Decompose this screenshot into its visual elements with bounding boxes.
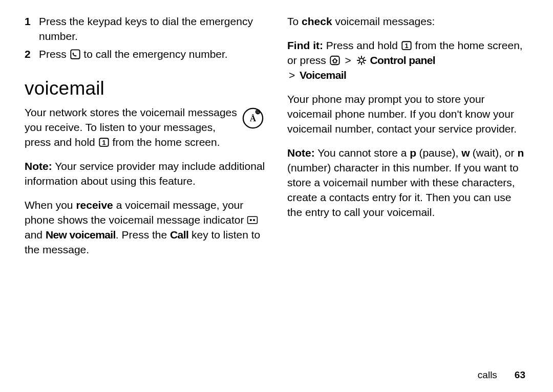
page-columns: 1 Press the keypad keys to dial the emer… — [25, 14, 528, 267]
svg-text:1: 1 — [405, 42, 408, 50]
p3-c: and — [25, 229, 46, 241]
call-key-icon — [70, 49, 81, 60]
accessibility-badge-icon: Å — [242, 107, 264, 129]
breadcrumb-gt-2: > — [287, 69, 296, 81]
step2-text-b: to call the emergency number. — [83, 48, 227, 60]
step-number: 1 — [25, 14, 32, 44]
page-footer: calls63 — [478, 368, 525, 382]
p3-newvm: New voicemail — [46, 229, 116, 241]
r-p2-cp: Control panel — [370, 54, 436, 66]
r-p2-a: Press and hold — [323, 39, 401, 51]
step-1: 1 Press the keypad keys to dial the emer… — [25, 14, 266, 44]
home-key-icon — [329, 55, 341, 66]
check-intro: To check voicemail messages: — [287, 14, 528, 29]
footer-section: calls — [478, 369, 497, 380]
svg-text:Å: Å — [250, 114, 257, 123]
left-column: 1 Press the keypad keys to dial the emer… — [25, 14, 266, 267]
note-label: Note: — [25, 160, 52, 172]
voicemail-store-prompt: Your phone may prompt you to store your … — [287, 92, 528, 137]
svg-line-19 — [358, 57, 359, 58]
key-1-icon: 1 — [98, 137, 110, 148]
svg-line-22 — [364, 57, 365, 58]
p1-b: from the home screen. — [112, 136, 220, 148]
step-2: 2 Press to call the emergency number. — [25, 47, 266, 62]
svg-rect-13 — [330, 56, 339, 65]
right-column: To check voicemail messages: Find it: Pr… — [287, 14, 528, 267]
svg-line-21 — [358, 62, 359, 63]
svg-point-14 — [359, 58, 364, 62]
r-p4-b: (pause), — [416, 147, 462, 159]
findit-label: Find it: — [287, 39, 323, 51]
note-text: Your service provider may include additi… — [25, 160, 265, 187]
breadcrumb-gt-1: > — [344, 54, 353, 66]
p3-call: Call — [170, 229, 188, 241]
step-text: Press the keypad keys to dial the emerge… — [39, 14, 266, 44]
note-label: Note: — [287, 147, 315, 159]
p3-receive: receive — [76, 199, 113, 211]
r-p1-check: check — [302, 15, 332, 27]
r-p1-a: To — [287, 15, 302, 27]
svg-point-10 — [253, 219, 255, 221]
r-p4-p: p — [410, 147, 416, 159]
r-p4-n: n — [517, 147, 523, 159]
svg-line-20 — [364, 62, 365, 63]
p3-d: . Press the — [116, 229, 170, 241]
svg-rect-8 — [248, 216, 258, 223]
voicemail-indicator-icon — [247, 214, 258, 226]
r-p2-vm: Voicemail — [300, 69, 346, 81]
svg-text:1: 1 — [102, 138, 105, 146]
section-title-voicemail: voicemail — [25, 75, 266, 101]
r-p4-c: (wait), or — [470, 147, 517, 159]
r-p1-b: voicemail messages: — [332, 15, 435, 27]
r-p4-a: You cannot store a — [315, 147, 410, 159]
voicemail-note-2: Note: You cannot store a p (pause), w (w… — [287, 146, 528, 220]
voicemail-note-1: Note: Your service provider may include … — [25, 159, 266, 189]
svg-point-9 — [250, 219, 252, 221]
voicemail-receive: When you receive a voicemail message, yo… — [25, 198, 266, 257]
p3-a: When you — [25, 199, 76, 211]
voicemail-intro: Å Your network stores the voicemail mess… — [25, 105, 266, 150]
footer-page-number: 63 — [515, 369, 525, 380]
r-p4-d: (number) character in this number. If yo… — [287, 162, 519, 218]
emergency-steps: 1 Press the keypad keys to dial the emer… — [25, 14, 266, 62]
key-1-icon: 1 — [401, 40, 412, 51]
find-it: Find it: Press and hold 1 from the home … — [287, 38, 528, 83]
step-number: 2 — [25, 47, 32, 62]
svg-rect-0 — [71, 50, 79, 58]
r-p4-w: w — [461, 147, 470, 159]
step2-text-a: Press — [39, 48, 70, 60]
step-text: Press to call the emergency number. — [39, 47, 266, 62]
control-panel-icon — [356, 55, 367, 66]
